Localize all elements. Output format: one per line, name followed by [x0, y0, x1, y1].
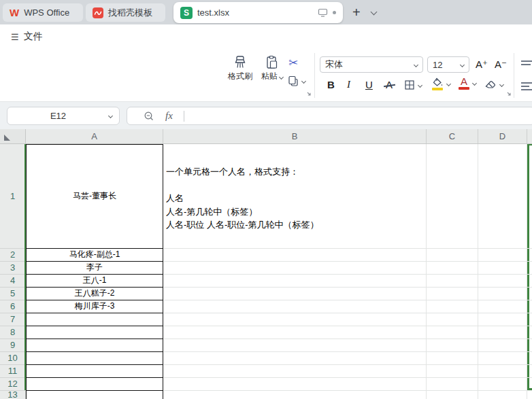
- font-name-select[interactable]: 宋体: [320, 56, 423, 73]
- copy-icon: [287, 75, 299, 87]
- file-menu-button[interactable]: ☰ 文件: [11, 31, 43, 43]
- file-menu-label: 文件: [24, 31, 43, 43]
- zoom-search-icon[interactable]: [144, 111, 154, 122]
- column-header-e-sliver[interactable]: [527, 129, 532, 143]
- new-tab-button[interactable]: +: [352, 5, 361, 19]
- formula-bar: E12 fx: [0, 102, 532, 129]
- selection-border-right: [527, 144, 529, 390]
- align-left-icon[interactable]: [521, 82, 532, 91]
- name-box-value: E12: [7, 111, 109, 121]
- format-painter-label: 格式刷: [226, 71, 254, 82]
- corner-triangle-icon: [4, 135, 10, 141]
- fx-icon[interactable]: fx: [165, 110, 173, 122]
- row-header[interactable]: 3: [0, 261, 25, 274]
- tab-label: 找稻壳模板: [108, 7, 152, 19]
- gridline-horizontal: [163, 339, 532, 339]
- gridline-vertical: [478, 144, 478, 399]
- row-header-separator: [0, 300, 25, 300]
- tab-list-chevron-icon[interactable]: [371, 9, 378, 16]
- cell-a6[interactable]: 梅川库子-3: [27, 300, 163, 313]
- cell-border-horizontal: [26, 351, 163, 352]
- cell-a3[interactable]: 李子: [27, 261, 163, 274]
- tab-docer-templates[interactable]: 找稻壳模板: [86, 3, 165, 22]
- name-box[interactable]: E12: [7, 107, 120, 125]
- font-size-value: 12: [433, 60, 442, 70]
- format-painter-icon: [232, 54, 248, 71]
- bold-button[interactable]: B: [327, 79, 335, 90]
- row-header-separator: [0, 274, 25, 275]
- cell-border-horizontal: [26, 339, 163, 339]
- cell-a1[interactable]: 马芸-董事长: [27, 144, 163, 248]
- paste-icon: [264, 54, 280, 71]
- borders-chevron-icon: [418, 82, 422, 87]
- row-header-separator: [0, 339, 25, 339]
- formula-input[interactable]: fx: [127, 107, 532, 125]
- row-header[interactable]: 4: [0, 274, 25, 287]
- align-top-icon[interactable]: [521, 60, 532, 68]
- gridline-horizontal: [163, 287, 532, 288]
- row-header[interactable]: 1: [0, 144, 25, 248]
- font-color-bar: [459, 87, 469, 90]
- column-header-c[interactable]: C: [427, 129, 478, 143]
- row-header[interactable]: 9: [0, 339, 25, 351]
- row-header[interactable]: 12: [0, 377, 25, 390]
- wps-spreadsheet-window: W WPS Office 找稻壳模板 S test.xlsx + ☰ 文件: [0, 0, 532, 399]
- strikethrough-button[interactable]: A: [386, 79, 393, 90]
- row-header[interactable]: 8: [0, 326, 25, 339]
- italic-button[interactable]: I: [347, 79, 350, 90]
- row-header[interactable]: 11: [0, 364, 25, 377]
- name-box-chevron-icon: [108, 114, 113, 118]
- decrease-font-button[interactable]: A⁻: [495, 58, 507, 71]
- format-painter-button[interactable]: 格式刷: [226, 54, 254, 82]
- gridline-horizontal: [163, 261, 532, 262]
- increase-font-button[interactable]: A⁺: [476, 58, 488, 71]
- fill-color-button[interactable]: [432, 77, 450, 90]
- column-header-b[interactable]: B: [163, 129, 427, 143]
- font-size-chevron-icon: [460, 62, 465, 67]
- clear-format-button[interactable]: [484, 80, 503, 90]
- row-header[interactable]: 7: [0, 313, 25, 326]
- paste-label: 粘贴: [259, 71, 286, 82]
- hamburger-icon: ☰: [11, 32, 19, 42]
- cell-a5[interactable]: 王八糕子-2: [27, 287, 163, 300]
- ribbon-toolbar: 格式刷 粘贴 ✂ 宋体 12 A⁺ A⁻ B I U A: [0, 49, 532, 102]
- column-header-d[interactable]: D: [478, 129, 527, 143]
- row-header-separator: [0, 248, 25, 249]
- monitor-icon[interactable]: [318, 8, 328, 17]
- underline-button[interactable]: U: [365, 79, 373, 90]
- row-header[interactable]: 5: [0, 287, 25, 300]
- select-all-corner[interactable]: [0, 129, 26, 143]
- tab-test-xlsx[interactable]: S test.xlsx: [173, 2, 343, 23]
- row-header-separator: [0, 261, 25, 262]
- eraser-icon: [484, 80, 497, 90]
- paste-button[interactable]: 粘贴: [259, 54, 286, 82]
- font-name-value: 宋体: [325, 58, 343, 71]
- gridline-vertical: [527, 144, 527, 399]
- cell-border-horizontal: [26, 390, 163, 391]
- gridline-horizontal: [163, 313, 532, 313]
- copy-button[interactable]: [287, 75, 305, 87]
- gridline-horizontal: [163, 390, 532, 391]
- cell-b1-text[interactable]: 一个单元格一个人名，格式支持： 人名 人名-第几轮中（标签） 人名-职位 人名-…: [166, 165, 425, 232]
- font-size-select[interactable]: 12: [427, 56, 469, 73]
- cut-button[interactable]: ✂: [288, 56, 298, 70]
- row-header[interactable]: 13: [0, 390, 25, 399]
- cell-a4[interactable]: 王八-1: [27, 274, 163, 287]
- borders-button[interactable]: [404, 80, 422, 90]
- row-header-separator: [0, 390, 25, 391]
- row-header[interactable]: 10: [0, 351, 25, 364]
- cell-a2[interactable]: 马化疼-副总-1: [27, 248, 163, 261]
- fill-color-chevron-icon: [446, 82, 451, 86]
- menu-bar: ☰ 文件 ↶ ↷ 开始 插入: [0, 24, 532, 49]
- font-dialog-launcher-icon[interactable]: [506, 91, 512, 97]
- fill-color-bar: [432, 88, 443, 90]
- row-header[interactable]: 6: [0, 300, 25, 313]
- column-header-a[interactable]: A: [26, 129, 163, 143]
- row-header-separator: [0, 364, 25, 365]
- font-color-button[interactable]: A: [459, 77, 476, 90]
- tab-label: test.xlsx: [197, 7, 229, 18]
- clipboard-dialog-launcher-icon[interactable]: [306, 91, 312, 97]
- row-header-separator: [0, 287, 25, 288]
- tab-wps-office[interactable]: W WPS Office: [3, 3, 83, 22]
- row-header[interactable]: 2: [0, 248, 25, 261]
